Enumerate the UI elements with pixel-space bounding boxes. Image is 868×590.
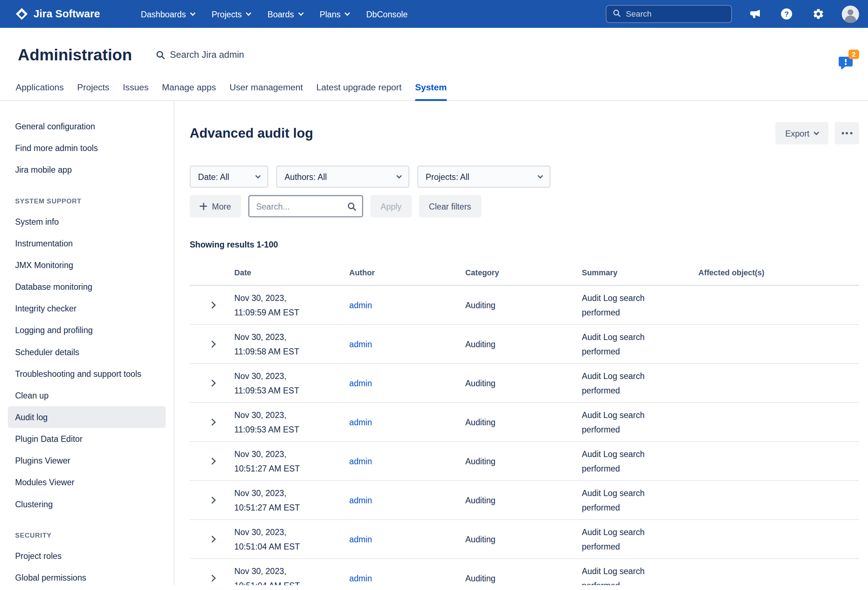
tab-system[interactable]: System [408, 75, 453, 100]
results-summary: Showing results 1-100 [189, 240, 859, 249]
sidebar-item-clean-up[interactable]: Clean up [8, 384, 166, 406]
audit-log-row: Nov 30, 2023,11:09:53 AM ESTadminAuditin… [189, 403, 859, 442]
cell-date: Nov 30, 2023,11:09:58 AM EST [234, 330, 349, 358]
projects-filter-select[interactable]: Projects: All [417, 165, 551, 188]
cell-author: admin [349, 493, 465, 507]
expand-row-icon[interactable] [208, 302, 216, 309]
date-filter-value: Date: All [198, 172, 229, 181]
cell-author: admin [349, 376, 465, 390]
chevron-down-icon [190, 10, 196, 16]
audit-log-table: DateAuthorCategorySummaryAffected object… [189, 266, 859, 585]
expand-row-icon[interactable] [208, 458, 216, 465]
clear-filters-button[interactable]: Clear filters [419, 195, 481, 218]
expand-row-icon[interactable] [208, 341, 216, 348]
tab-manage-apps[interactable]: Manage apps [155, 75, 223, 100]
sidebar-item-project-roles[interactable]: Project roles [8, 545, 166, 566]
nav-item-dashboards[interactable]: Dashboards [132, 0, 203, 28]
author-link[interactable]: admin [349, 417, 372, 427]
top-navbar: Jira Software DashboardsProjectsBoardsPl… [0, 0, 868, 28]
more-filters-button[interactable]: More [189, 195, 241, 218]
tab-issues[interactable]: Issues [116, 75, 155, 100]
sidebar-item-audit-log[interactable]: Audit log [8, 406, 166, 428]
nav-item-dbconsole[interactable]: DbConsole [358, 0, 416, 28]
sidebar-item-integrity-checker[interactable]: Integrity checker [8, 298, 166, 319]
sidebar-item-modules-viewer[interactable]: Modules Viewer [8, 471, 166, 493]
column-header-affected-object-s: Affected object(s) [698, 268, 859, 277]
tab-latest-upgrade-report[interactable]: Latest upgrade report [310, 75, 408, 100]
sidebar-item-jira-mobile-app[interactable]: Jira mobile app [8, 159, 166, 181]
cell-category: Auditing [465, 532, 582, 546]
author-link[interactable]: admin [349, 495, 372, 505]
nav-item-projects[interactable]: Projects [203, 0, 259, 28]
author-link[interactable]: admin [349, 378, 372, 388]
tab-applications[interactable]: Applications [9, 75, 71, 100]
cell-summary: Audit Log search performed [582, 408, 698, 437]
feedback-widget[interactable]: 2 [837, 54, 855, 71]
date-line: Nov 30, 2023, [234, 290, 349, 305]
chevron-down-icon [246, 10, 251, 16]
expand-row-icon[interactable] [208, 574, 216, 582]
cell-summary: Audit Log search performed [582, 330, 698, 358]
help-icon[interactable]: ? [778, 6, 795, 22]
cell-date: Nov 30, 2023,10:51:04 AM EST [234, 564, 349, 585]
admin-search-link[interactable]: Search Jira admin [155, 50, 244, 60]
expand-row-icon[interactable] [208, 419, 216, 426]
expand-row-icon[interactable] [208, 497, 216, 504]
author-link[interactable]: admin [349, 534, 372, 543]
audit-search-input[interactable] [256, 202, 342, 211]
date-line: Nov 30, 2023, [234, 564, 349, 578]
sidebar-item-clustering[interactable]: Clustering [8, 493, 166, 515]
author-link[interactable]: admin [349, 300, 372, 310]
audit-log-row: Nov 30, 2023,10:51:27 AM ESTadminAuditin… [189, 442, 859, 481]
sidebar-item-plugin-data-editor[interactable]: Plugin Data Editor [8, 428, 166, 450]
sidebar-item-plugins-viewer[interactable]: Plugins Viewer [8, 450, 166, 471]
nav-item-label: Plans [320, 9, 341, 18]
nav-item-boards[interactable]: Boards [259, 0, 311, 28]
notification-badge: 2 [849, 50, 859, 59]
jira-logo-icon [15, 7, 29, 21]
tab-user-management[interactable]: User management [223, 75, 310, 100]
more-options-button[interactable] [834, 122, 859, 144]
audit-log-row: Nov 30, 2023,11:09:58 AM ESTadminAuditin… [189, 325, 859, 364]
time-line: 10:51:27 AM EST [234, 500, 349, 515]
sidebar-item-find-more-admin-tools[interactable]: Find more admin tools [8, 137, 166, 159]
search-icon[interactable] [347, 202, 357, 211]
sidebar-item-scheduler-details[interactable]: Scheduler details [8, 341, 166, 363]
jira-home-link[interactable]: Jira Software [15, 7, 100, 21]
apply-button[interactable]: Apply [371, 195, 411, 218]
author-link[interactable]: admin [349, 573, 372, 583]
cell-category: Auditing [465, 454, 582, 468]
nav-item-plans[interactable]: Plans [311, 0, 358, 28]
tab-projects[interactable]: Projects [71, 75, 116, 100]
audit-table-body: Nov 30, 2023,11:09:59 AM ESTadminAuditin… [189, 286, 859, 585]
authors-filter-select[interactable]: Authors: All [276, 165, 409, 188]
date-filter-select[interactable]: Date: All [189, 165, 268, 188]
expand-row-icon[interactable] [208, 380, 216, 387]
sidebar-item-general-configuration[interactable]: General configuration [8, 115, 166, 137]
sidebar-item-instrumentation[interactable]: Instrumentation [8, 232, 166, 254]
time-line: 11:09:58 AM EST [234, 344, 349, 358]
user-avatar[interactable] [842, 6, 859, 23]
sidebar-item-system-info[interactable]: System info [8, 210, 166, 232]
sidebar-item-database-monitoring[interactable]: Database monitoring [8, 276, 166, 297]
more-filters-label: More [212, 202, 231, 211]
sidebar-item-jmx-monitoring[interactable]: JMX Monitoring [8, 254, 166, 276]
primary-nav: DashboardsProjectsBoardsPlansDbConsole [132, 0, 416, 28]
global-search-input[interactable]: Search [606, 5, 732, 23]
date-line: Nov 30, 2023, [234, 408, 349, 422]
cell-summary: Audit Log search performed [582, 290, 698, 319]
settings-gear-icon[interactable] [810, 6, 827, 22]
sidebar-item-logging-and-profiling[interactable]: Logging and profiling [8, 319, 166, 341]
author-link[interactable]: admin [349, 339, 372, 349]
date-line: Nov 30, 2023, [234, 330, 349, 344]
expand-row-icon[interactable] [208, 536, 216, 543]
audit-log-row: Nov 30, 2023,11:09:53 AM ESTadminAuditin… [189, 364, 859, 403]
author-link[interactable]: admin [349, 456, 372, 465]
sidebar-item-global-permissions[interactable]: Global permissions [8, 567, 166, 585]
announcement-icon[interactable] [747, 6, 763, 22]
sidebar-item-troubleshooting-and-support-tools[interactable]: Troubleshooting and support tools [8, 363, 166, 384]
cell-date: Nov 30, 2023,11:09:53 AM EST [234, 408, 349, 437]
cell-author: admin [349, 337, 465, 351]
export-button[interactable]: Export [775, 122, 828, 144]
audit-log-row: Nov 30, 2023,10:51:04 AM ESTadminAuditin… [189, 559, 859, 585]
